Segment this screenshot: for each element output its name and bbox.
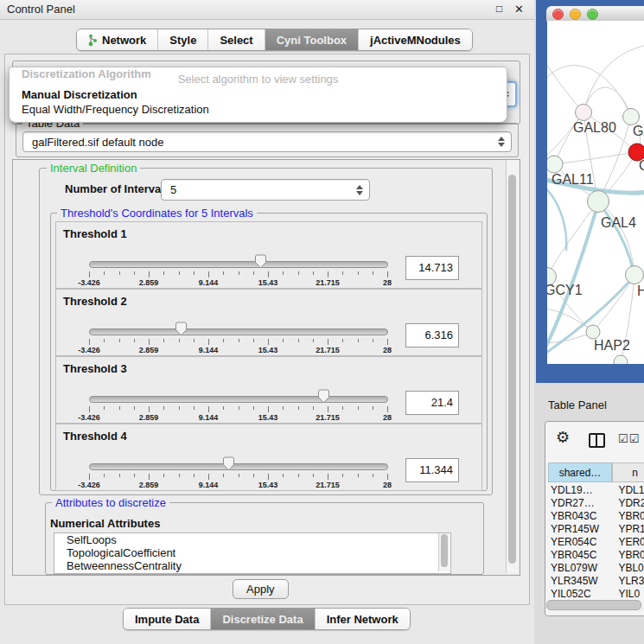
checkbox-icons[interactable]: ☑☑ xyxy=(618,432,640,445)
slider-track[interactable] xyxy=(89,261,388,268)
node-hap2[interactable] xyxy=(586,325,600,339)
table-row[interactable]: YBL079WYBL0 xyxy=(548,562,644,575)
cell-name[interactable]: YER0 xyxy=(615,536,644,549)
node-gal80[interactable] xyxy=(576,105,592,121)
columns-icon[interactable] xyxy=(589,433,605,448)
table-row[interactable]: YER054CYER0 xyxy=(548,536,644,549)
slider-handle[interactable] xyxy=(254,254,267,269)
threshold-value-field[interactable]: 21.4 xyxy=(405,391,459,415)
cell-name[interactable]: YBL0 xyxy=(615,562,644,575)
attributes-list-scrollbar[interactable] xyxy=(438,533,450,571)
tick-label: 2.859 xyxy=(139,278,159,287)
cell-shared-name[interactable]: YDL19… xyxy=(548,484,615,497)
attribute-item-topologicalcoefficient[interactable]: TopologicalCoefficient xyxy=(54,546,450,559)
table-row[interactable]: YBR045CYBR0 xyxy=(548,549,644,562)
attribute-item-betweennesscentrality[interactable]: BetweennessCentrality xyxy=(54,559,450,572)
close-window-icon[interactable]: ✕ xyxy=(514,3,524,16)
algorithm-option-manual-discretization[interactable]: Manual Discretization xyxy=(13,87,506,102)
tick-label: 28 xyxy=(383,346,392,354)
network-canvas[interactable]: GAL80GACGAL11GAL4GCY1HHAP2 xyxy=(547,21,644,364)
cell-shared-name[interactable]: YBL079W xyxy=(548,562,615,575)
tab-infer-network[interactable]: Infer Network xyxy=(315,609,410,629)
cell-shared-name[interactable]: YBR045C xyxy=(548,549,615,562)
node-label: GAL4 xyxy=(601,215,636,230)
table-row[interactable]: YBR043CYBR0 xyxy=(548,510,644,523)
tab-label: Cyni Toolbox xyxy=(277,34,347,47)
cell-name[interactable]: YBR0 xyxy=(615,549,644,562)
cell-shared-name[interactable]: YLR345W xyxy=(548,575,615,588)
gear-icon[interactable]: ⚙ xyxy=(556,430,570,445)
table-row[interactable]: YLR345WYLR3 xyxy=(548,575,644,588)
node-ga[interactable] xyxy=(623,109,640,125)
column-header-shared-name[interactable]: shared… xyxy=(548,462,612,482)
table-row[interactable]: YDL19…YDL1 xyxy=(548,484,644,497)
cell-name[interactable]: YIL0 xyxy=(615,588,644,601)
threshold-value-field[interactable]: 6.316 xyxy=(405,323,459,348)
tick-label: 2.859 xyxy=(139,481,159,489)
thresholds-group-title: Threshold's Coordinates for 5 Intervals xyxy=(57,207,257,219)
cell-name[interactable]: YPR1 xyxy=(615,523,644,536)
threshold-panel-2: Threshold 2-3.4262.8599.14415.4321.71528… xyxy=(55,289,482,356)
slider-track[interactable] xyxy=(89,396,388,403)
algorithm-placeholder: Select algorithm to view settings xyxy=(10,73,507,86)
cell-shared-name[interactable]: YDR27… xyxy=(548,497,615,510)
tab-select[interactable]: Select xyxy=(207,29,264,50)
traffic-light-close-icon[interactable] xyxy=(552,9,564,20)
table-row[interactable]: YDR27…YDR2 xyxy=(548,497,644,510)
apply-button[interactable]: Apply xyxy=(233,579,289,599)
tab-cyni-toolbox[interactable]: Cyni Toolbox xyxy=(265,29,358,50)
traffic-light-minimize-icon[interactable] xyxy=(570,9,581,20)
combo-stepper-icon xyxy=(495,137,507,147)
tick-label: 15.43 xyxy=(258,481,278,489)
control-panel-titlebar[interactable]: Control Panel □ ✕ xyxy=(0,0,534,20)
panel-title: Control Panel xyxy=(7,3,75,16)
node-gal4[interactable] xyxy=(588,191,609,213)
cell-name[interactable]: YBR0 xyxy=(615,510,644,523)
table-row[interactable]: YPR145WYPR1 xyxy=(548,523,644,536)
slider-track[interactable] xyxy=(89,463,388,470)
numerical-attributes-list[interactable]: SelfLoopsTopologicalCoefficientBetweenne… xyxy=(54,532,451,574)
checkbox-icon: ☑ xyxy=(629,432,641,445)
tab-style[interactable]: Style xyxy=(157,29,207,50)
threshold-value-field[interactable]: 11.344 xyxy=(405,458,459,482)
float-window-icon[interactable]: □ xyxy=(496,3,502,15)
table-data-combobox[interactable]: galFiltered.sif default node xyxy=(22,131,512,152)
cell-shared-name[interactable]: YIL052C xyxy=(548,588,615,601)
tab-discretize-data[interactable]: Discretize Data xyxy=(210,609,314,629)
cell-name[interactable]: YDL1 xyxy=(615,484,644,497)
node-h[interactable] xyxy=(626,266,644,284)
tab-network[interactable]: Network xyxy=(77,29,157,50)
algorithm-option-equal-width-frequency-discretization[interactable]: Equal Width/Frequency Discretization xyxy=(13,102,506,117)
scrollbar-thumb[interactable] xyxy=(441,534,448,567)
cell-shared-name[interactable]: YBR043C xyxy=(548,510,615,523)
cell-shared-name[interactable]: YPR145W xyxy=(548,523,615,536)
node-unlabeled[interactable] xyxy=(614,355,628,364)
table-row[interactable]: YIL052CYIL0 xyxy=(548,588,644,601)
tab-label: Discretize Data xyxy=(222,613,303,626)
main-vertical-scrollbar[interactable] xyxy=(506,160,519,573)
node-gal11[interactable] xyxy=(547,156,563,173)
traffic-light-zoom-icon[interactable] xyxy=(587,9,598,20)
number-of-intervals-combobox[interactable]: 5 xyxy=(161,179,370,201)
tick-label: 9.144 xyxy=(199,481,219,489)
column-header-name[interactable]: n xyxy=(612,462,644,482)
cell-name[interactable]: YLR3 xyxy=(615,575,644,588)
slider-handle[interactable] xyxy=(222,456,235,471)
table-horizontal-scrollbar[interactable] xyxy=(546,600,641,610)
scrollbar-thumb[interactable] xyxy=(508,175,516,564)
tab-label: Select xyxy=(220,34,252,47)
cell-name[interactable]: YDR2 xyxy=(615,497,644,510)
number-of-intervals-value: 5 xyxy=(162,183,354,196)
slider-track[interactable] xyxy=(89,328,388,335)
threshold-value-field[interactable]: 14.713 xyxy=(405,256,459,280)
network-window-titlebar[interactable] xyxy=(546,6,644,22)
cell-shared-name[interactable]: YER054C xyxy=(548,536,615,549)
node-label: C xyxy=(639,158,644,173)
table-panel: ⚙ ☑☑ shared… n YDL19…YDL1YDR27…YDR2YBR04… xyxy=(545,421,644,616)
slider-handle[interactable] xyxy=(175,322,188,336)
threshold-label: Threshold 3 xyxy=(63,362,127,375)
tab-impute-data[interactable]: Impute Data xyxy=(124,609,210,629)
attribute-item-selfloops[interactable]: SelfLoops xyxy=(54,533,450,546)
tab-jactivemnodules[interactable]: jActiveMNodules xyxy=(358,29,472,50)
slider-handle[interactable] xyxy=(317,389,330,404)
